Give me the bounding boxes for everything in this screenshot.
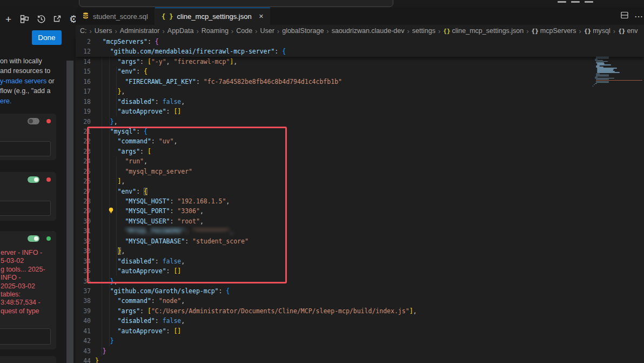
- error-log-line: 2025-03-02: [1, 282, 52, 291]
- code-line: 30 "MYSQL_USER": "root",: [76, 216, 644, 226]
- breadcrumb-separator: ›: [438, 27, 440, 35]
- line-number: 31: [76, 226, 95, 236]
- mcp-servers-panel: + ⚙ Done on with locallyand resources to…: [0, 8, 76, 363]
- server-enabled-toggle[interactable]: [28, 235, 39, 242]
- window-close-icon[interactable]: [585, 1, 593, 3]
- json-braces-icon: { }: [162, 13, 173, 21]
- line-number: 14: [76, 57, 95, 67]
- tabbar-actions: ⋯: [620, 8, 644, 25]
- line-number: 37: [76, 286, 95, 296]
- error-log-line: erver - INFO -: [1, 249, 52, 257]
- server-error-log: erver - INFO -5-03-02g tools... 2025-INF…: [1, 249, 52, 315]
- line-number: 2: [76, 37, 95, 47]
- breadcrumb-item[interactable]: Roaming: [202, 27, 229, 35]
- line-number: 33: [76, 246, 95, 256]
- server-enabled-toggle[interactable]: [28, 176, 39, 183]
- minimap-row: [597, 72, 620, 73]
- code-text: "mysql": {: [95, 127, 644, 136]
- code-text: "env": {: [95, 187, 644, 196]
- line-number: 28: [76, 196, 95, 206]
- split-editor-icon[interactable]: [620, 11, 629, 22]
- line-number: 40: [76, 316, 95, 326]
- code-text: "FIRECRAWL_API_KEY": "fc-7a64582be8fb46c…: [95, 77, 644, 87]
- breadcrumb-separator: ›: [526, 27, 528, 35]
- breadcrumb-item[interactable]: AppData: [167, 27, 194, 35]
- breadcrumb-item[interactable]: {}env: [618, 27, 638, 35]
- breadcrumb-item[interactable]: Users: [95, 27, 112, 35]
- top-strip: [0, 0, 644, 8]
- line-number: 15: [76, 67, 95, 76]
- mcp-description-line: ere.: [0, 96, 56, 106]
- server-action-button[interactable]: [0, 328, 51, 345]
- breadcrumb-item[interactable]: Administrator: [120, 27, 160, 35]
- indent-guide: [116, 156, 117, 276]
- server-card[interactable]: [0, 356, 56, 363]
- mcp-description-line: and resources to: [0, 66, 56, 76]
- error-log-line: 5-03-02: [1, 257, 52, 265]
- close-icon[interactable]: ✕: [259, 13, 264, 20]
- server-action-button[interactable]: [0, 201, 51, 216]
- code-line: 12 "github.com/mendableai/firecrawl-mcp-…: [76, 47, 644, 56]
- error-log-line: quest of type: [1, 307, 52, 315]
- code-line: 20 },: [76, 117, 644, 127]
- server-card[interactable]: [0, 172, 56, 221]
- editor-group[interactable]: student_score.sql { } cline_mcp_settings…: [76, 8, 644, 363]
- server-action-button[interactable]: [0, 141, 51, 156]
- server-enabled-toggle[interactable]: [28, 118, 39, 124]
- minimap-row: [595, 83, 597, 84]
- open-in-new-icon[interactable]: [52, 14, 63, 24]
- minimap-row: [596, 58, 608, 59]
- breadcrumb-item[interactable]: settings: [412, 27, 435, 35]
- more-actions-icon[interactable]: ⋯: [634, 11, 643, 22]
- error-log-line: g tools... 2025-: [1, 266, 52, 274]
- add-server-icon[interactable]: +: [3, 14, 14, 24]
- tab-student-score-sql[interactable]: student_score.sql: [76, 8, 155, 25]
- braces-icon: {}: [584, 28, 591, 35]
- breadcrumb-item[interactable]: User: [260, 27, 274, 35]
- mcp-doc-link[interactable]: ere.: [0, 97, 12, 105]
- sticky-scroll[interactable]: 2 "mcpServers": {12 "github.com/mendable…: [76, 37, 644, 57]
- breadcrumb: C:›Users›Administrator›AppData›Roaming›C…: [80, 25, 644, 37]
- code-line: 28 "MYSQL_HOST": "192.168.1.5",: [76, 196, 644, 206]
- done-button[interactable]: Done: [32, 30, 62, 45]
- minimap-row: [594, 84, 595, 85]
- code-lines[interactable]: 14 "args": ["-y", "firecrawl-mcp"],15 "e…: [76, 57, 644, 363]
- line-number: 43: [76, 346, 95, 356]
- breadcrumb-item[interactable]: {}mcpServers: [532, 27, 576, 35]
- breadcrumb-item[interactable]: Code: [236, 27, 252, 35]
- breadcrumb-item[interactable]: saoudrizwan.claude-dev: [332, 27, 405, 35]
- marketplace-grid-icon[interactable]: [19, 14, 30, 24]
- code-text: ],: [95, 176, 644, 186]
- breadcrumb-item[interactable]: C:: [80, 27, 87, 35]
- error-log-line: INFO -: [1, 274, 52, 282]
- line-number: 21: [76, 127, 95, 136]
- breadcrumb-item[interactable]: {}mysql: [584, 27, 611, 35]
- braces-icon: {}: [618, 28, 625, 35]
- history-icon[interactable]: [36, 14, 46, 24]
- sidebar-scrollbar[interactable]: [66, 61, 73, 363]
- server-card[interactable]: [0, 114, 56, 160]
- code-line: 24 "run",: [76, 156, 644, 166]
- server-card[interactable]: erver - INFO -5-03-02g tools... 2025-INF…: [0, 231, 56, 349]
- mcp-doc-link[interactable]: y-made servers: [0, 77, 46, 85]
- code-text: "mysql_mcp_server": [95, 167, 644, 176]
- database-icon: [82, 12, 89, 21]
- code-line: 19 "autoApprove": []: [76, 107, 644, 116]
- mcp-panel-toolbar: + ⚙: [0, 11, 79, 27]
- line-number: 44: [76, 356, 95, 363]
- line-number: 38: [76, 296, 95, 306]
- code-line: 33 },: [76, 246, 644, 256]
- quick-input-box[interactable]: [79, 0, 393, 7]
- code-line: 21 "mysql": {: [76, 127, 644, 136]
- breadcrumb-item[interactable]: globalStorage: [282, 27, 324, 35]
- breadcrumb-separator: ›: [326, 27, 328, 35]
- tab-cline-mcp-settings-json[interactable]: { } cline_mcp_settings.json ✕: [155, 8, 270, 25]
- code-text: }: [95, 346, 644, 356]
- code-text: "env": {: [95, 67, 644, 76]
- mcp-description-line: flow (e.g., "add a: [0, 86, 56, 96]
- braces-icon: {}: [532, 28, 539, 35]
- window-maximize-icon[interactable]: [571, 1, 580, 3]
- breadcrumb-item[interactable]: {}cline_mcp_settings.json: [443, 27, 524, 35]
- window-minimize-icon[interactable]: [558, 1, 566, 3]
- quick-fix-lightbulb-icon[interactable]: [108, 207, 115, 216]
